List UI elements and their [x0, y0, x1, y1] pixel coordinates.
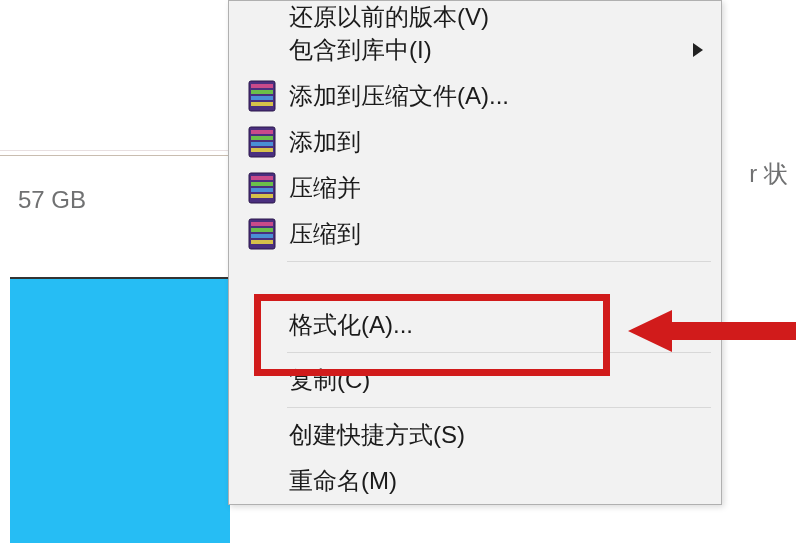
- explorer-window: 57 GB r 状 还原以前的版本(V) 包含到库中(I) 添加: [0, 0, 798, 554]
- menu-label: 格式化(A)...: [287, 309, 709, 341]
- submenu-arrow-icon: [693, 43, 703, 57]
- menu-item-restore-versions[interactable]: 还原以前的版本(V): [229, 1, 721, 27]
- svg-rect-7: [251, 136, 273, 140]
- context-menu: 还原以前的版本(V) 包含到库中(I) 添加到压缩文件(A)...: [228, 0, 722, 505]
- svg-rect-2: [251, 90, 273, 94]
- menu-item-create-shortcut[interactable]: 创建快捷方式(S): [229, 412, 721, 458]
- winrar-icon: [237, 172, 287, 204]
- svg-rect-18: [251, 234, 273, 238]
- menu-item-compress-to[interactable]: 压缩到: [229, 211, 721, 257]
- menu-item-compress-and[interactable]: 压缩并: [229, 165, 721, 211]
- menu-item-copy[interactable]: 复制(C): [229, 357, 721, 403]
- svg-rect-1: [251, 84, 273, 88]
- svg-rect-17: [251, 228, 273, 232]
- svg-rect-14: [251, 194, 273, 198]
- svg-rect-4: [251, 102, 273, 106]
- svg-rect-11: [251, 176, 273, 180]
- svg-rect-8: [251, 142, 273, 146]
- svg-rect-3: [251, 96, 273, 100]
- svg-rect-16: [251, 222, 273, 226]
- menu-gap: [229, 266, 721, 302]
- menu-label: 添加到: [287, 126, 709, 158]
- divider: [0, 150, 228, 151]
- winrar-icon: [237, 218, 287, 250]
- menu-separator: [287, 261, 711, 262]
- menu-label: 添加到压缩文件(A)...: [287, 80, 709, 112]
- svg-rect-12: [251, 182, 273, 186]
- menu-label: 重命名(M): [287, 465, 709, 497]
- disk-size-label: 57 GB: [0, 156, 228, 214]
- selected-drive-tile[interactable]: [10, 277, 230, 543]
- menu-item-add-to-archive[interactable]: 添加到压缩文件(A)...: [229, 73, 721, 119]
- svg-rect-19: [251, 240, 273, 244]
- svg-rect-13: [251, 188, 273, 192]
- left-panel: 57 GB: [0, 150, 228, 214]
- menu-separator: [287, 352, 711, 353]
- svg-rect-9: [251, 148, 273, 152]
- winrar-icon: [237, 80, 287, 112]
- winrar-icon: [237, 126, 287, 158]
- menu-item-rename[interactable]: 重命名(M): [229, 458, 721, 504]
- menu-label: 压缩并: [287, 172, 709, 204]
- menu-separator: [287, 407, 711, 408]
- menu-label: 创建快捷方式(S): [287, 419, 709, 451]
- svg-rect-6: [251, 130, 273, 134]
- menu-label: 复制(C): [287, 364, 709, 396]
- menu-label: 包含到库中(I): [287, 34, 693, 66]
- menu-item-add-to[interactable]: 添加到: [229, 119, 721, 165]
- menu-label: 压缩到: [287, 218, 709, 250]
- menu-item-include-library[interactable]: 包含到库中(I): [229, 27, 721, 73]
- status-fragment: r 状: [749, 158, 788, 190]
- menu-item-format[interactable]: 格式化(A)...: [229, 302, 721, 348]
